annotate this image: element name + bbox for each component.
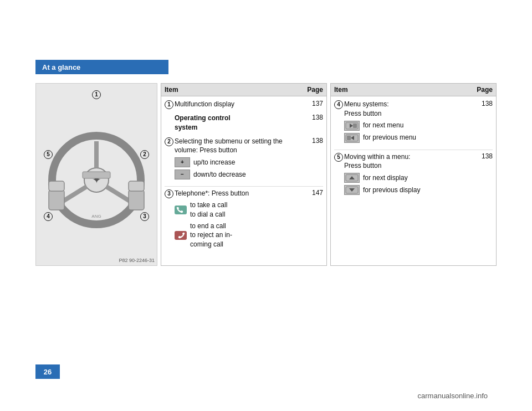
- svg-rect-16: [347, 136, 351, 140]
- svg-line-5: [63, 187, 86, 201]
- footer-url: carmanualsonline.info: [418, 392, 488, 400]
- table-row: 1 Multifunction display 137: [165, 100, 323, 109]
- icon-row-prev-display: for previous display: [344, 185, 472, 195]
- main-content: ✦ ANG 1 2 3 4 5: [35, 83, 497, 266]
- steering-wheel-image: ✦ ANG 1 2 3 4 5: [35, 83, 157, 266]
- right-table-header: Item Page: [331, 84, 496, 96]
- wheel-label-1: 1: [92, 90, 101, 99]
- svg-rect-10: [83, 172, 110, 178]
- svg-line-4: [106, 187, 130, 201]
- wheel-label-2: 2: [140, 150, 149, 159]
- wheel-label-5: 5: [44, 150, 53, 159]
- prev-display-icon: [344, 185, 360, 195]
- left-col-item-header: Item: [165, 86, 301, 94]
- right-col-page-header: Page: [470, 86, 493, 94]
- icon-row-next-display: for next display: [344, 173, 472, 183]
- table-row: 5 Moving within a menu:Press button for …: [334, 152, 493, 198]
- footer-url-text: carmanualsonline.info: [418, 392, 488, 400]
- icon-row-increase: + up/to increase: [175, 157, 302, 167]
- header-title: At a glance: [42, 63, 80, 71]
- svg-rect-7: [49, 181, 64, 191]
- left-table-header: Item Page: [161, 84, 326, 96]
- page-number: 26: [44, 368, 52, 376]
- table-row: 4 Menu systems:Press button f: [334, 100, 493, 145]
- phone-end-icon: [175, 231, 187, 240]
- next-menu-icon: [344, 121, 360, 131]
- divider: [334, 150, 493, 150]
- plus-icon: +: [175, 157, 190, 167]
- icon-row-call: to take a callto dial a call: [175, 201, 302, 219]
- icon-row-prev-menu: for previous menu: [344, 133, 472, 143]
- image-caption: P82 90-2246-31: [119, 258, 155, 263]
- prev-menu-icon: [344, 133, 360, 143]
- steering-wheel-svg: ✦ ANG: [41, 119, 152, 230]
- svg-rect-8: [129, 190, 144, 210]
- left-table-body: 1 Multifunction display 137 Operating co…: [161, 96, 326, 259]
- icon-row-next-menu: for next menu: [344, 121, 472, 131]
- header-bar: At a glance: [35, 60, 168, 74]
- left-col-page-header: Page: [301, 86, 323, 94]
- divider: [165, 186, 323, 187]
- right-table-body: 4 Menu systems:Press button f: [331, 96, 496, 205]
- page-number-box: 26: [35, 364, 60, 379]
- next-display-icon: [344, 173, 360, 183]
- table-row: 3 Telephone*: Press button to take a cal…: [165, 189, 323, 251]
- icon-row-decrease: − down/to decrease: [175, 169, 302, 179]
- svg-text:ANG: ANG: [91, 214, 101, 219]
- right-table: Item Page 4 Menu systems:Press button: [330, 83, 497, 266]
- svg-rect-9: [129, 181, 144, 191]
- right-col-item-header: Item: [334, 86, 470, 94]
- icon-row-endcall: to end a callto reject an in-coming call: [175, 222, 302, 249]
- svg-rect-13: [353, 124, 357, 128]
- svg-rect-6: [49, 190, 64, 210]
- table-row: Operating controlsystem 138: [165, 114, 323, 132]
- wheel-label-4: 4: [44, 212, 53, 221]
- minus-icon: −: [175, 169, 190, 179]
- tables-area: Item Page 1 Multifunction display 137 Op…: [157, 83, 497, 266]
- table-row: 2 Selecting the submenu or setting the v…: [165, 137, 323, 182]
- phone-call-icon: [175, 206, 187, 214]
- left-table: Item Page 1 Multifunction display 137 Op…: [161, 83, 327, 266]
- wheel-label-3: 3: [140, 212, 149, 221]
